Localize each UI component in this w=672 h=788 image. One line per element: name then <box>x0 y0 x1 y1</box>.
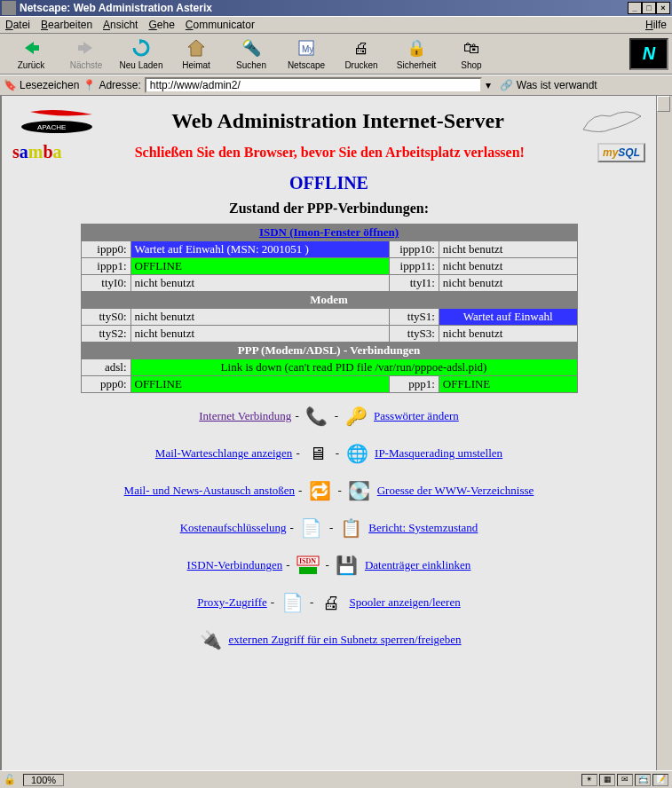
search-icon: 🔦 <box>241 37 262 59</box>
maximize-button[interactable]: □ <box>642 2 656 14</box>
link-mount[interactable]: Datenträger einklinken <box>365 558 470 572</box>
link-passwords[interactable]: Passwörter ändern <box>374 409 459 423</box>
addressbar: 🔖 Lesezeichen 📍 Adresse: ▾ 🔗 Was ist ver… <box>0 75 672 96</box>
titlebar: Netscape: Web Administration Asterix _ □… <box>0 0 672 16</box>
cell-value: Link is down (can't read PID file /var/r… <box>130 359 577 376</box>
address-label: Adresse: <box>99 79 140 91</box>
link-wwwsize[interactable]: Groesse der WWW-Verzeichnisse <box>377 484 534 498</box>
bookmark-icon[interactable]: 🔖 <box>4 79 16 91</box>
back-button[interactable]: Zurück <box>4 35 59 72</box>
squid-logo <box>574 103 645 138</box>
cell-value: nicht benutzt <box>439 258 577 275</box>
cell-label: adsl: <box>81 359 130 376</box>
ppp-table: ISDN (Imon-Fenster öffnen) ippp0: Wartet… <box>81 224 578 393</box>
svg-marker-3 <box>188 40 204 56</box>
menu-datei[interactable]: Datei <box>5 19 30 31</box>
security-button[interactable]: 🔒Sicherheit <box>389 35 444 72</box>
cell-label: ippp1: <box>81 258 130 275</box>
scrollbar[interactable] <box>656 96 670 788</box>
cell-value: nicht benutzt <box>130 275 389 292</box>
links-area: Internet Verbindung - 📞- 🔑 Passwörter än… <box>12 402 645 654</box>
cell-value: Wartet auf Einwahl (MSN: 2001051 ) <box>130 241 389 258</box>
shop-button[interactable]: 🛍Shop <box>444 35 499 72</box>
tray-icon[interactable]: 📇 <box>635 774 651 786</box>
tray-icon[interactable]: ✴ <box>581 774 597 786</box>
cell-value: nicht benutzt <box>130 309 389 326</box>
menu-hilfe[interactable]: Hilfe <box>645 19 667 31</box>
tray: ✴ ▦ ✉ 📇 📝 <box>581 774 668 786</box>
link-report[interactable]: Bericht: Systemzustand <box>368 521 478 535</box>
svg-marker-1 <box>78 42 92 54</box>
svg-text:My: My <box>302 44 313 54</box>
dropdown-icon[interactable]: ▾ <box>486 79 491 91</box>
link-spooler[interactable]: Spooler anzeigen/leeren <box>349 595 460 610</box>
status-percent: 100% <box>23 774 64 786</box>
tray-icon[interactable]: ✉ <box>617 774 633 786</box>
cell-label: ttyS3: <box>389 326 439 343</box>
close-button[interactable]: × <box>656 2 670 14</box>
cell-value: OFFLINE <box>130 258 389 275</box>
search-button[interactable]: 🔦Suchen <box>224 35 279 72</box>
link-mailnews[interactable]: Mail- und News-Austausch anstoßen <box>124 484 295 498</box>
page-title: Web Administration Internet-Server <box>171 109 504 133</box>
link-isdn[interactable]: ISDN-Verbindungen <box>187 558 283 572</box>
printer-icon: 🖨 <box>317 588 345 617</box>
related-label[interactable]: Was ist verwandt <box>517 79 597 91</box>
svg-text:ISDN: ISDN <box>299 557 316 565</box>
minimize-button[interactable]: _ <box>628 2 642 14</box>
log-icon: 📄 <box>278 588 306 617</box>
cell-label: ttyS2: <box>81 326 130 343</box>
menu-communicator[interactable]: Communicator <box>186 19 255 31</box>
netscape-logo: N <box>629 38 668 70</box>
warning-text: Schließen Sie den Browser, bevor Sie den… <box>62 145 597 161</box>
menu-bearbeiten[interactable]: Bearbeiten <box>41 19 92 31</box>
cell-value: nicht benutzt <box>439 326 577 343</box>
cell-label: ttyS1: <box>389 309 439 326</box>
svg-rect-10 <box>299 567 317 574</box>
menu-ansicht[interactable]: Ansicht <box>103 19 138 31</box>
menu-gehe[interactable]: Gehe <box>148 19 174 31</box>
status-icon: 🔓 <box>4 774 16 785</box>
svg-marker-0 <box>25 42 39 54</box>
toolbar: Zurück Nächste Neu Laden Heimat 🔦Suchen … <box>0 34 672 75</box>
ppp-header: PPP (Modem/ADSL) - Verbindungen <box>81 343 577 359</box>
tray-icon[interactable]: 📝 <box>652 774 668 786</box>
home-button[interactable]: Heimat <box>169 35 224 72</box>
link-subnet[interactable]: externen Zugriff für ein Subnetz sperren… <box>228 633 461 647</box>
forward-icon <box>75 37 97 59</box>
statusbar: 🔓 100% ✴ ▦ ✉ 📇 📝 <box>0 770 672 788</box>
home-icon <box>186 37 207 59</box>
key-icon: 🔑 <box>342 402 370 430</box>
window-icon <box>2 1 16 15</box>
bookmarks-label[interactable]: Lesezeichen <box>20 79 79 91</box>
link-ipmasq[interactable]: IP-Masquerading umstellen <box>375 446 502 461</box>
isdn-icon: ISDN <box>294 551 322 579</box>
lock-icon: 🔒 <box>406 37 427 59</box>
isdn-link[interactable]: ISDN (Imon-Fenster öffnen) <box>259 225 399 239</box>
cell-label: ttyI0: <box>81 275 130 292</box>
print-button[interactable]: 🖨Drucken <box>334 35 389 72</box>
cell-value: OFFLINE <box>130 376 389 393</box>
cell-value: Wartet auf Einwahl <box>439 309 577 326</box>
link-mailqueue[interactable]: Mail-Warteschlange anzeigen <box>155 446 293 461</box>
modem-header: Modem <box>81 292 577 309</box>
computer-icon: 🖥 <box>304 439 332 468</box>
floppy-icon: 💾 <box>333 551 361 579</box>
link-costs[interactable]: Kostenaufschlüsselung <box>180 521 287 535</box>
report-icon: 📋 <box>336 514 365 542</box>
link-proxy[interactable]: Proxy-Zugriffe <box>197 595 266 610</box>
tray-icon[interactable]: ▦ <box>599 774 615 786</box>
network-icon: 🔌 <box>196 626 225 654</box>
samba-logo: samba <box>12 142 62 162</box>
transfer-icon: 🔁 <box>305 477 334 505</box>
forward-button[interactable]: Nächste <box>59 35 114 72</box>
netscape-button[interactable]: MyNetscape <box>279 35 334 72</box>
cell-label: ppp0: <box>81 376 130 393</box>
link-internet[interactable]: Internet Verbindung <box>199 409 291 423</box>
reload-button[interactable]: Neu Laden <box>114 35 169 72</box>
location-icon: 📍 <box>83 79 95 91</box>
address-input[interactable] <box>145 77 482 93</box>
window-title: Netscape: Web Administration Asterix <box>20 2 212 14</box>
related-icon[interactable]: 🔗 <box>500 79 513 91</box>
cell-value: nicht benutzt <box>439 275 577 292</box>
